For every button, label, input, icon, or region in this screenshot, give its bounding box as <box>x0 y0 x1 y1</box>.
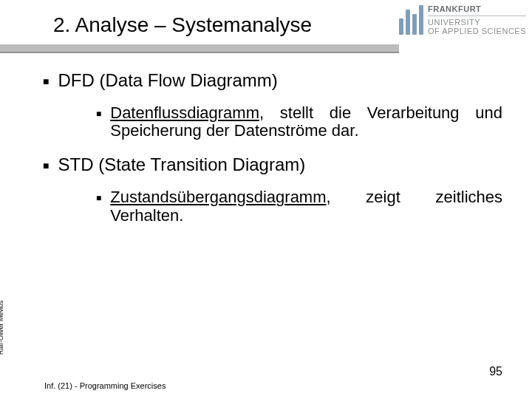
bullet-dfd-detail-text: Datenflussdiagramm, stellt die Verarbeit… <box>110 104 502 140</box>
logo-line3: OF APPLIED SCIENCES <box>428 27 526 36</box>
logo-line2: UNIVERSITY <box>428 18 526 27</box>
bullet-dfd-detail: ■ Datenflussdiagramm, stellt die Verarbe… <box>96 104 502 140</box>
underlined-term: Datenflussdiagramm <box>110 103 259 122</box>
content-area: ■ DFD (Data Flow Diagramm) ■ Datenflussd… <box>30 70 502 239</box>
title-underline <box>0 44 399 52</box>
logo-text: FRANKFURT UNIVERSITY OF APPLIED SCIENCES <box>428 4 526 36</box>
bullet-dfd-text: DFD (Data Flow Diagramm) <box>58 70 502 91</box>
square-bullet-icon: ■ <box>43 160 49 171</box>
bullet-std-detail-text: Zustandsübergangsdiagramm, zeigt zeitlic… <box>110 188 502 224</box>
author-vertical: Ralf-Oliver Mevius <box>0 300 4 355</box>
bullet-dfd: ■ DFD (Data Flow Diagramm) <box>43 70 502 91</box>
footer-page-number: 95 <box>489 365 502 378</box>
logo-bars-icon <box>399 5 423 35</box>
logo-line1: FRANKFURT <box>428 4 526 14</box>
footer-course: Inf. (21) - Programming Exercises <box>44 381 166 390</box>
university-logo: FRANKFURT UNIVERSITY OF APPLIED SCIENCES <box>399 4 526 36</box>
square-bullet-icon: ■ <box>96 109 101 118</box>
square-bullet-icon: ■ <box>43 76 49 86</box>
bullet-std-detail: ■ Zustandsübergangsdiagramm, zeigt zeitl… <box>96 188 502 224</box>
bullet-std: ■ STD (State Transition Diagram) <box>43 154 502 175</box>
slide: FRANKFURT UNIVERSITY OF APPLIED SCIENCES… <box>0 0 532 399</box>
square-bullet-icon: ■ <box>96 194 101 202</box>
slide-title: 2. Analyse – Systemanalyse <box>53 13 312 37</box>
underlined-term: Zustandsübergangsdiagramm <box>110 188 326 206</box>
bullet-std-text: STD (State Transition Diagram) <box>58 154 502 175</box>
